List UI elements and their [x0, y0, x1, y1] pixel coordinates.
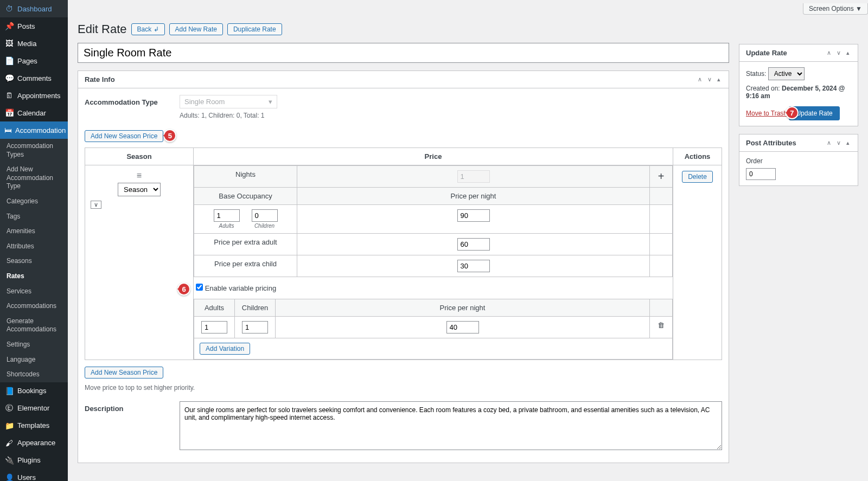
menu-posts[interactable]: 📌Posts [0, 17, 68, 35]
rate-info-box: Rate Info ∧ ∨ ▴ Accommodation Type [78, 70, 729, 463]
menu-comments[interactable]: 💬Comments [0, 69, 68, 87]
post-attributes-title: Post Attributes [746, 139, 796, 147]
nights-input [457, 170, 490, 183]
variation-table: Adults Children Price per night [194, 299, 673, 360]
menu-elementor[interactable]: ⒺElementor [0, 400, 68, 417]
elementor-icon: Ⓔ [4, 403, 14, 413]
add-variation-button[interactable]: Add Variation [200, 343, 250, 355]
box-down-icon[interactable]: ∨ [835, 139, 843, 146]
annotation-badge-7: 7 [786, 106, 799, 119]
bed-icon: 🛏 [4, 125, 12, 135]
move-to-trash-link[interactable]: Move to Trash [746, 110, 787, 117]
submenu-seasons[interactable]: Seasons [0, 254, 68, 269]
box-up-icon[interactable]: ∧ [825, 49, 833, 56]
menu-pages[interactable]: 📄Pages [0, 52, 68, 69]
priority-hint: Move price to top to set higher priority… [85, 384, 722, 392]
appointments-icon: 🗓 [4, 91, 14, 100]
box-collapse-icon[interactable]: ▴ [845, 49, 851, 56]
submenu-add-new-type[interactable]: Add New Accommodation Type [0, 162, 68, 194]
update-rate-box: Update Rate ∧ ∨ ▴ Status: Active [739, 44, 858, 126]
submenu-attributes[interactable]: Attributes [0, 239, 68, 254]
rate-title-input[interactable] [78, 43, 729, 63]
order-input[interactable] [746, 168, 776, 180]
back-button[interactable]: Back ↲ [131, 23, 165, 35]
menu-plugins[interactable]: 🔌Plugins [0, 452, 68, 469]
base-price-input[interactable] [457, 209, 490, 222]
menu-media[interactable]: 🖼Media [0, 35, 68, 52]
enable-variable-pricing-checkbox[interactable] [196, 284, 203, 291]
submenu-tags[interactable]: Tags [0, 209, 68, 225]
menu-bookings[interactable]: 📘Bookings [0, 382, 68, 400]
base-children-input[interactable] [252, 209, 278, 222]
submenu-amenities[interactable]: Amenities [0, 224, 68, 239]
status-select[interactable]: Active [768, 67, 805, 80]
order-label: Order [746, 157, 851, 165]
pin-icon: 📌 [4, 21, 14, 31]
submenu-categories[interactable]: Categories [0, 194, 68, 209]
annotation-badge-6: 6 [177, 283, 190, 296]
extra-adult-label: Price per extra adult [194, 234, 297, 255]
row-expand-toggle[interactable]: ∨ [91, 201, 101, 209]
menu-templates[interactable]: 📁Templates [0, 417, 68, 434]
var-price-header: Price per night [276, 299, 650, 317]
add-season-price-button[interactable]: Add New Season Price [85, 130, 163, 142]
calendar-icon: 📅 [4, 108, 14, 118]
children-sublabel: Children [252, 223, 278, 229]
box-collapse-icon[interactable]: ▴ [716, 76, 722, 83]
submenu-language[interactable]: Language [0, 352, 68, 368]
variation-price-input[interactable] [446, 321, 479, 334]
created-label: Created on: [746, 85, 780, 92]
submenu-services[interactable]: Services [0, 284, 68, 299]
variation-children-input[interactable] [242, 321, 268, 334]
menu-calendar[interactable]: 📅Calendar [0, 104, 68, 121]
season-price-table: Season Price Actions ≡ [85, 147, 722, 360]
submenu-rates[interactable]: Rates [0, 269, 68, 284]
delete-variation-button[interactable]: 🗑 [650, 317, 673, 338]
description-label: Description [85, 401, 180, 413]
base-adults-input[interactable] [214, 209, 240, 222]
box-up-icon[interactable]: ∧ [696, 76, 704, 83]
submenu-settings[interactable]: Settings [0, 337, 68, 352]
variation-adults-input[interactable] [201, 321, 227, 334]
submenu-accommodations[interactable]: Accommodations [0, 299, 68, 314]
col-actions: Actions [673, 148, 722, 165]
menu-accommodation[interactable]: 🛏Accommodation [0, 121, 68, 139]
status-label: Status: [746, 70, 766, 78]
nights-label: Nights [194, 166, 297, 188]
add-new-rate-button[interactable]: Add New Rate [169, 23, 223, 35]
comments-icon: 💬 [4, 73, 14, 83]
col-season: Season [85, 148, 194, 165]
annotation-badge-5: 5 [163, 129, 176, 142]
box-down-icon[interactable]: ∨ [835, 49, 843, 56]
season-select[interactable]: Season [118, 183, 161, 196]
submenu-accommodation-types[interactable]: Accommodation Types [0, 139, 68, 162]
page-title: Edit Rate [78, 22, 127, 36]
rate-info-title: Rate Info [85, 75, 115, 84]
extra-child-price-input[interactable] [457, 260, 490, 272]
add-season-price-button-2[interactable]: Add New Season Price [85, 367, 163, 379]
box-collapse-icon[interactable]: ▴ [845, 139, 851, 146]
trash-icon: 🗑 [658, 321, 665, 329]
description-textarea[interactable]: Our single rooms are perfect for solo tr… [180, 401, 722, 450]
extra-adult-price-input[interactable] [457, 238, 490, 251]
menu-appointments[interactable]: 🗓Appointments [0, 87, 68, 104]
screen-options-toggle[interactable]: Screen Options ▼ [803, 3, 868, 15]
templates-icon: 📁 [4, 421, 14, 431]
duplicate-rate-button[interactable]: Duplicate Rate [227, 23, 282, 35]
brush-icon: 🖌 [4, 438, 14, 448]
admin-sidebar: ⏱Dashboard 📌Posts 🖼Media 📄Pages 💬Comment… [0, 0, 68, 481]
box-up-icon[interactable]: ∧ [825, 139, 833, 146]
submenu-shortcodes[interactable]: Shortcodes [0, 367, 68, 382]
pages-icon: 📄 [4, 56, 14, 66]
accommodation-type-select: Single Room ▾ [180, 95, 277, 108]
drag-handle-icon[interactable]: ≡ [91, 171, 188, 181]
base-occupancy-label: Base Occupancy [194, 188, 297, 205]
add-nights-column[interactable]: + [650, 166, 673, 188]
submenu-generate[interactable]: Generate Accommodations [0, 314, 68, 337]
delete-season-price-button[interactable]: Delete [682, 171, 713, 183]
adults-sublabel: Adults [214, 223, 240, 229]
box-down-icon[interactable]: ∨ [706, 76, 713, 83]
menu-appearance[interactable]: 🖌Appearance [0, 434, 68, 452]
price-per-night-label: Price per night [297, 188, 650, 205]
menu-users[interactable]: 👤Users [0, 469, 68, 481]
